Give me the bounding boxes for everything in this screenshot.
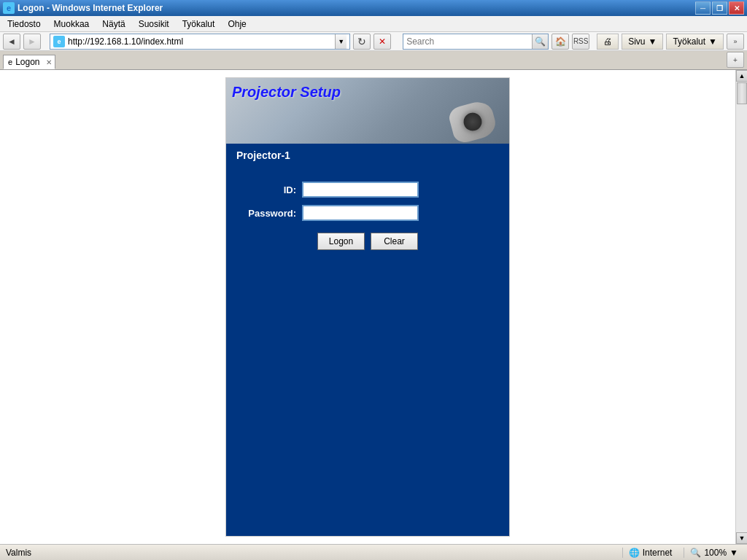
zoom-label: 100% — [704, 548, 727, 558]
password-input[interactable] — [302, 205, 419, 221]
status-right: 🌐 Internet 🔍 100% ▼ — [622, 548, 744, 558]
tools-dropdown-icon: ▼ — [708, 36, 717, 47]
page-icon: e — [53, 36, 65, 47]
search-field-container: 🔍 — [403, 34, 549, 50]
projector-widget: Projector Setup Projector-1 ID: Password… — [225, 77, 510, 537]
address-dropdown[interactable]: ▼ — [335, 34, 347, 49]
restore-button[interactable]: ❐ — [712, 1, 727, 15]
close-button[interactable]: ✕ — [729, 1, 744, 15]
zoom-dropdown-icon: ▼ — [729, 548, 738, 558]
menu-edit[interactable]: Muokkaa — [48, 18, 96, 31]
title-bar: e Logon - Windows Internet Explorer ─ ❐ … — [0, 0, 747, 16]
logon-button[interactable]: Logon — [317, 233, 365, 250]
back-button[interactable]: ◄ — [3, 34, 20, 50]
tab-logon[interactable]: e Logon ✕ — [3, 55, 55, 69]
address-field-container: e ▼ — [50, 34, 350, 50]
home-button[interactable]: 🏠 — [551, 34, 569, 50]
projector-name: Projector-1 — [236, 149, 290, 161]
projector-form-area: ID: Password: Logon Clear — [226, 167, 509, 272]
tab-icon: e — [8, 58, 12, 66]
tools-label: Työkalut — [673, 36, 705, 47]
tab-row: e Logon ✕ + — [0, 51, 747, 70]
scroll-down-button[interactable]: ▼ — [736, 532, 747, 544]
zone-icon: 🌐 — [629, 548, 640, 558]
projector-name-bar: Projector-1 — [226, 144, 509, 167]
tab-close-icon[interactable]: ✕ — [46, 58, 52, 66]
title-bar-left: e Logon - Windows Internet Explorer — [3, 2, 163, 14]
tab-label: Logon — [15, 57, 39, 67]
zone-label: Internet — [643, 548, 673, 558]
status-zone: 🌐 Internet — [622, 548, 678, 558]
menu-bar: Tiedosto Muokkaa Näytä Suosikit Työkalut… — [0, 16, 747, 32]
page-menu-button[interactable]: Sivu ▼ — [622, 34, 663, 50]
new-tab-button[interactable]: + — [727, 52, 744, 68]
minimize-button[interactable]: ─ — [695, 1, 711, 15]
forward-button[interactable]: ► — [23, 34, 41, 50]
refresh-button[interactable]: ↻ — [353, 34, 371, 50]
more-tools-button[interactable]: » — [727, 34, 744, 50]
title-bar-buttons: ─ ❐ ✕ — [695, 1, 744, 15]
stop-button[interactable]: ✕ — [374, 34, 391, 50]
address-input[interactable] — [68, 36, 335, 47]
projector-title: Projector Setup — [232, 84, 341, 101]
page-label: Sivu — [628, 36, 645, 47]
content-area: Projector Setup Projector-1 ID: Password… — [0, 70, 747, 544]
clear-button[interactable]: Clear — [371, 233, 418, 250]
browser-icon: e — [3, 2, 15, 14]
password-form-row: Password: — [236, 205, 499, 221]
id-input[interactable] — [302, 182, 419, 198]
projector-header-image: Projector Setup — [226, 78, 509, 144]
password-label: Password: — [236, 208, 302, 219]
id-label: ID: — [236, 184, 302, 195]
window-title: Logon - Windows Internet Explorer — [18, 3, 163, 13]
page-dropdown-icon: ▼ — [649, 36, 657, 47]
zoom-icon: 🔍 — [690, 548, 701, 558]
menu-help[interactable]: Ohje — [222, 18, 252, 31]
browser-window: e Logon - Windows Internet Explorer ─ ❐ … — [0, 0, 747, 560]
address-bar-row: ◄ ► e ▼ ↻ ✕ 🔍 🏠 RSS 🖨 Sivu ▼ Työkalut ▼ … — [0, 32, 747, 51]
scroll-up-button[interactable]: ▲ — [736, 70, 747, 82]
form-buttons: Logon Clear — [236, 233, 499, 250]
scroll-thumb[interactable] — [737, 82, 747, 104]
status-bar: Valmis 🌐 Internet 🔍 100% ▼ — [0, 544, 747, 560]
status-text: Valmis — [3, 548, 622, 558]
menu-favorites[interactable]: Suosikit — [133, 18, 175, 31]
page-content: Projector Setup Projector-1 ID: Password… — [0, 70, 735, 544]
tab-bar-right: + — [55, 52, 745, 69]
menu-file[interactable]: Tiedosto — [1, 18, 47, 31]
rss-button[interactable]: RSS — [572, 34, 589, 50]
scroll-track[interactable] — [736, 82, 747, 532]
search-button[interactable]: 🔍 — [532, 34, 548, 49]
id-form-row: ID: — [236, 182, 499, 198]
projector-lens-image — [447, 98, 499, 144]
vertical-scrollbar[interactable]: ▲ ▼ — [735, 70, 747, 544]
menu-view[interactable]: Näytä — [96, 18, 131, 31]
tools-menu-button[interactable]: Työkalut ▼ — [666, 34, 724, 50]
print-button[interactable]: 🖨 — [597, 34, 619, 50]
menu-tools[interactable]: Työkalut — [177, 18, 221, 31]
status-label: Valmis — [6, 548, 31, 558]
status-zoom[interactable]: 🔍 100% ▼ — [684, 548, 744, 558]
search-input[interactable] — [403, 36, 532, 47]
